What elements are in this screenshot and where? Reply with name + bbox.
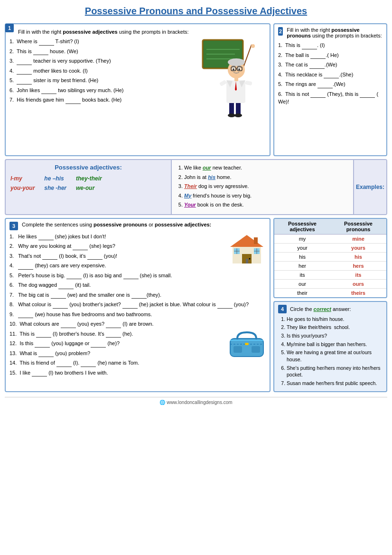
pron-hers: hers bbox=[330, 261, 386, 270]
s3-q12: 12. Is this (you) luggage or (he)? bbox=[9, 339, 266, 348]
section3: 3 Complete the sentences using possessiv… bbox=[5, 218, 271, 392]
adj-left: Possessive adjectives: I-my you-your he … bbox=[6, 160, 172, 214]
adj-col2: he –his she -her bbox=[44, 174, 66, 193]
s4-q1: He goes to his/him house. bbox=[287, 316, 383, 323]
teacher-svg bbox=[202, 38, 263, 118]
s2-q5: 5. The rings are .(We) bbox=[278, 80, 383, 88]
table-row: our ours bbox=[274, 279, 386, 288]
table-row: their theirs bbox=[274, 288, 386, 297]
s3-q8: 8. What colour is (you) brother's jacket… bbox=[9, 301, 266, 309]
adj-section: Possessive adjectives: I-my you-your he … bbox=[5, 159, 387, 215]
svg-line-6 bbox=[243, 45, 252, 67]
pron-theirs: theirs bbox=[330, 288, 386, 297]
pron-its: its bbox=[330, 270, 386, 279]
adj-grid: I-my you-your he –his she -her they-thei… bbox=[10, 174, 166, 193]
section1-questions: 1. Where is T-shirt? (I) 2. This is hous… bbox=[9, 38, 196, 118]
adj-your: your bbox=[274, 243, 330, 252]
s1-q5: 5. sister is my best friend. (He) bbox=[9, 76, 196, 85]
adj-its: its bbox=[274, 270, 330, 279]
s2-q2: 2. The ball is .( He) bbox=[278, 51, 383, 59]
page: Possessive Pronouns and Possessive Adjec… bbox=[0, 0, 392, 555]
main-title: Possessive Pronouns and Possessive Adjec… bbox=[5, 4, 387, 19]
section2-num: 2 bbox=[278, 27, 283, 36]
example1: We like our new teacher. bbox=[184, 164, 348, 172]
right-col: Possessiveadjectives Possessivepronouns … bbox=[273, 218, 387, 392]
table-row: its its bbox=[274, 270, 386, 279]
s1-q1: 1. Where is T-shirt? (I) bbox=[9, 38, 196, 46]
svg-point-38 bbox=[249, 258, 251, 259]
adj-item-their: they-their bbox=[76, 174, 102, 183]
s2-q6: 6. This is not (They), this is ( We)! bbox=[278, 90, 383, 106]
s1-q2: 2. This is house. (We) bbox=[9, 47, 196, 56]
svg-point-24 bbox=[238, 68, 240, 70]
section1: 1 Fill in with the right possessive adje… bbox=[5, 23, 271, 156]
table-row: his his bbox=[274, 252, 386, 261]
s3-q10: 10. What colours are (you) eyes? (I) are… bbox=[9, 320, 266, 328]
s1-q4: 4. mother likes to cook. (I) bbox=[9, 67, 196, 75]
svg-point-9 bbox=[228, 113, 235, 117]
adj-item-my: I-my bbox=[10, 174, 35, 183]
svg-point-23 bbox=[233, 68, 234, 70]
svg-marker-28 bbox=[230, 235, 263, 247]
examples-label: Examples: bbox=[353, 160, 386, 214]
svg-rect-39 bbox=[254, 237, 258, 244]
adj-examples: We like our new teacher. John is at his … bbox=[172, 160, 353, 214]
s3-q5: 5. Peter's house is big. (I) is aso big … bbox=[9, 272, 266, 280]
section3-instruction: Complete the sentences using possessive … bbox=[22, 222, 211, 227]
table-header-pron: Possessivepronouns bbox=[330, 219, 386, 235]
s3-q2: 2. Why are you looking at (she) legs? bbox=[9, 242, 266, 250]
svg-rect-7 bbox=[229, 102, 234, 115]
section2-instruction: Fill in with the right possessive pronou… bbox=[287, 27, 383, 38]
adj-title: Possessive adjectives: bbox=[10, 164, 166, 171]
s4-instruction: Circle the correct answer: bbox=[290, 306, 351, 312]
svg-rect-37 bbox=[246, 259, 248, 263]
pron-ours: ours bbox=[330, 279, 386, 288]
s4-list: He goes to his/him house. They like thei… bbox=[278, 316, 383, 387]
s3-q1: 1. He likes (she) jokes but I don't! bbox=[9, 233, 266, 241]
example2: John is at his home. bbox=[184, 173, 348, 181]
table-row: your yours bbox=[274, 243, 386, 252]
adj-item-his: he –his bbox=[44, 174, 66, 183]
s3-q7: 7. The big cat is (we) and the smaller o… bbox=[9, 291, 266, 299]
examples-list: We like our new teacher. John is at his … bbox=[177, 164, 348, 209]
pron-mine: mine bbox=[330, 234, 386, 243]
s2-q1: 1. This is . (I) bbox=[278, 41, 383, 49]
section4: 4 Circle the correct answer: He goes to … bbox=[273, 301, 387, 392]
s3-q15: 15. I like (I) two brothers I live with. bbox=[9, 369, 266, 377]
s3-q14: 14. This is friend of (I). (he) name is … bbox=[9, 359, 266, 367]
s4-q3: Is this your/yours? bbox=[287, 332, 383, 339]
example4: My friend's house is very big. bbox=[184, 192, 348, 200]
s4-q6: She's putting her/hers money into her/he… bbox=[287, 365, 383, 378]
svg-point-20 bbox=[228, 58, 245, 66]
example3: Their dog is very agressive. bbox=[184, 182, 348, 190]
example5: Your book is on the desk. bbox=[184, 201, 348, 209]
adj-his: his bbox=[274, 252, 330, 261]
adj-their: their bbox=[274, 288, 330, 297]
adj-item-your: you-your bbox=[10, 183, 35, 193]
teacher-illustration bbox=[199, 38, 266, 118]
svg-rect-16 bbox=[245, 81, 252, 85]
s4-q2: They like their/theirs school. bbox=[287, 324, 383, 331]
table-row: my mine bbox=[274, 234, 386, 243]
s3-q13: 13. What is (you) problem? bbox=[9, 349, 266, 357]
s3-q6: 6. The dog wagged (it) tail. bbox=[9, 281, 266, 289]
s4-q4: My/mine ball is bigger than her/hers. bbox=[287, 341, 383, 348]
bag-illustration bbox=[228, 330, 266, 359]
section1-content: 1. Where is T-shirt? (I) 2. This is hous… bbox=[9, 38, 266, 118]
adj-our: our bbox=[274, 279, 330, 288]
section4-header: 4 Circle the correct answer: bbox=[278, 305, 383, 313]
table-row: her hers bbox=[274, 261, 386, 270]
section3-num: 3 bbox=[9, 222, 18, 230]
pronoun-table-wrap: Possessiveadjectives Possessivepronouns … bbox=[273, 218, 387, 298]
svg-point-17 bbox=[251, 44, 255, 48]
s3-q11: 11. This is (I) brother's house. It's (h… bbox=[9, 330, 266, 338]
svg-rect-44 bbox=[233, 346, 242, 353]
footer: 🌐 www.londoncallingdesigns.com bbox=[5, 397, 387, 405]
svg-rect-8 bbox=[236, 102, 241, 115]
adj-col3: they-their we-our bbox=[76, 174, 102, 193]
svg-rect-43 bbox=[245, 343, 249, 345]
adj-col1: I-my you-your bbox=[10, 174, 35, 193]
row1: 1 Fill in with the right possessive adje… bbox=[5, 23, 387, 156]
section2: 2 Fill in with the right possessive pron… bbox=[273, 23, 387, 156]
s1-q3: 3. teacher is very supportive. (They) bbox=[9, 57, 196, 65]
